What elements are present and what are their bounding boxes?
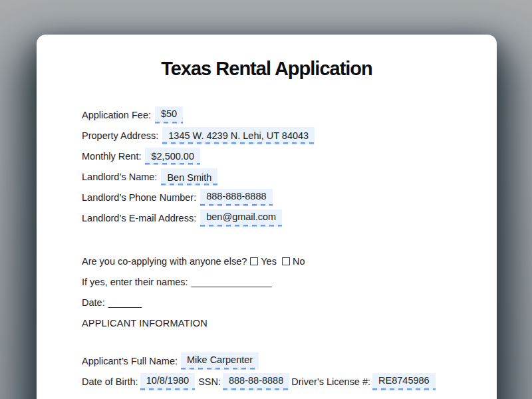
field-row-landlord-name: Landlord’s Name: Ben Smith xyxy=(82,166,473,187)
monthly-rent-label: Monthly Rent: xyxy=(82,151,141,162)
section-spacer xyxy=(82,333,473,350)
landlord-name-label: Landlord’s Name: xyxy=(82,172,157,182)
field-row-property-address: Property Address: 1345 W. 4239 N. Lehi, … xyxy=(82,125,473,146)
monthly-rent-value[interactable]: $2,500.00 xyxy=(145,148,200,165)
ssn-label: SSN: xyxy=(198,376,221,387)
checkbox-no-label: No xyxy=(293,256,305,267)
coapplicant-names-row: If yes, enter their names: _____________… xyxy=(82,271,473,292)
checkbox-no[interactable] xyxy=(282,257,290,265)
coapplicant-names-label: If yes, enter their names: xyxy=(82,277,188,287)
application-form: Application Fee: $50 Property Address: 1… xyxy=(82,104,473,392)
date-row: Date: _______ xyxy=(82,292,473,313)
coapplicant-names-blank-line: _________________ xyxy=(192,277,271,287)
field-row-full-name: Applicant’s Full Name: Mike Carpenter xyxy=(82,350,473,371)
ssn-value[interactable]: 888-88-8888 xyxy=(223,373,289,390)
date-blank-line: _______ xyxy=(108,297,141,308)
field-row-landlord-phone: Landlord’s Phone Number: 888-888-8888 xyxy=(82,187,473,207)
field-row-landlord-email: Landlord’s E-mail Address: ben@gmail.com xyxy=(82,207,473,228)
section-spacer xyxy=(82,228,473,251)
full-name-value[interactable]: Mike Carpenter xyxy=(181,352,259,370)
landlord-email-label: Landlord’s E-mail Address: xyxy=(82,213,196,223)
field-row-application-fee: Application Fee: $50 xyxy=(82,104,473,125)
dob-value[interactable]: 10/8/1980 xyxy=(140,373,196,390)
coapplying-row: Are you co-applying with anyone else? Ye… xyxy=(82,251,473,271)
application-fee-value[interactable]: $50 xyxy=(155,106,183,124)
landlord-name-value[interactable]: Ben Smith xyxy=(161,168,217,186)
landlord-email-value[interactable]: ben@gmail.com xyxy=(200,209,282,227)
checkbox-yes[interactable] xyxy=(250,257,258,265)
landlord-phone-value[interactable]: 888-888-8888 xyxy=(200,189,272,206)
application-fee-label: Application Fee: xyxy=(82,110,151,120)
field-row-monthly-rent: Monthly Rent: $2,500.00 xyxy=(82,146,473,166)
landlord-phone-label: Landlord’s Phone Number: xyxy=(82,192,196,203)
coapplying-question: Are you co-applying with anyone else? xyxy=(82,256,247,267)
applicant-information-heading-row: APPLICANT INFORMATION xyxy=(82,313,473,333)
date-label: Date: xyxy=(82,297,105,308)
rental-application-page: Texas Rental Application Application Fee… xyxy=(37,35,497,399)
license-value[interactable]: RE8745986 xyxy=(372,373,436,390)
license-label: Driver's License #: xyxy=(291,376,370,387)
page-title: Texas Rental Application xyxy=(37,57,497,80)
field-row-dob-ssn-license: Date of Birth: 10/8/1980 SSN: 888-88-888… xyxy=(82,371,473,392)
full-name-label: Applicant’s Full Name: xyxy=(82,356,178,366)
property-address-value[interactable]: 1345 W. 4239 N. Lehi, UT 84043 xyxy=(162,127,315,144)
dob-label: Date of Birth: xyxy=(82,376,138,387)
checkbox-yes-label: Yes xyxy=(261,256,277,267)
property-address-label: Property Address: xyxy=(82,130,158,141)
applicant-information-heading: APPLICANT INFORMATION xyxy=(82,318,207,329)
